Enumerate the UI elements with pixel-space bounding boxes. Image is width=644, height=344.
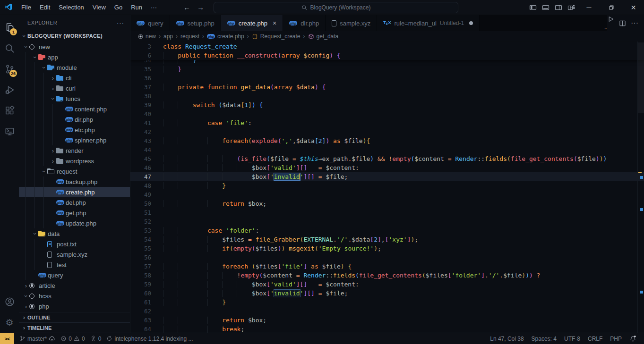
tree-item-new[interactable]: ›new [19,42,130,52]
code-line-6[interactable]: 6 public function __construct(array $con… [130,51,644,60]
timeline-section[interactable]: › TIMELINE [19,322,130,333]
code-line-50[interactable]: 50 return $box; [130,199,644,208]
status-problems[interactable]: 00 [60,336,85,342]
code-editor[interactable]: 3class Request_create6 public function _… [130,42,644,333]
code-line-49[interactable]: 49 [130,190,644,199]
tree-item-dir-php[interactable]: ›phpdir.php [19,114,130,125]
tree-item-create-php[interactable]: ›phpcreate.php [19,187,130,197]
scrollbar-slider[interactable] [638,42,644,113]
status-git-branch[interactable]: master* [19,336,55,342]
tree-item-module[interactable]: ›✱module [19,62,130,73]
code-line-3[interactable]: 3class Request_create [130,42,644,51]
code-line-61[interactable]: 61 } [130,298,644,307]
forward-arrow-button[interactable]: → [197,3,204,11]
breadcrumb-item-app[interactable]: app [163,33,173,40]
breadcrumb-item-Request-create[interactable]: Request_create [252,33,301,40]
tree-item-etc-php[interactable]: ›phpetc.php [19,125,130,135]
code-line-42[interactable]: 42 [130,127,644,136]
tree-item-app[interactable]: ›▦app [19,52,130,62]
back-arrow-button[interactable]: ← [183,3,190,11]
tree-item-update-php[interactable]: ›phpupdate.php [19,218,130,228]
close-button[interactable]: ✕ [623,0,644,15]
minimize-button[interactable]: ─ [578,0,600,15]
tab-sample-xyz[interactable]: sample.xyz [326,15,377,31]
explorer-more-actions-icon[interactable]: ··· [117,19,124,26]
activity-explorer[interactable]: 1 [0,17,19,38]
tree-item-spinner-php[interactable]: ›phpspinner.php [19,135,130,145]
more-actions-button[interactable]: ··· [631,19,638,27]
code-line-59[interactable]: 59 $box['valid'][] = $content: [130,280,644,289]
menu-[interactable]: ··· [146,0,161,15]
tree-item-backup-php[interactable]: ›phpbackup.php [19,176,130,187]
toggle-secondary-sidebar-icon[interactable] [552,0,565,15]
tree-item-content-php[interactable]: ›phpcontent.php [19,104,130,114]
code-line-62[interactable]: 62 [130,307,644,316]
toggle-sidebar-icon[interactable] [526,0,539,15]
code-line-37[interactable]: 37 private function get_data(array $data… [130,83,644,92]
code-line-57[interactable]: 57 foreach ($files['file'] as $file) { [130,262,644,271]
status-eol[interactable]: CRLF [588,336,602,342]
code-line-43[interactable]: 43 foreach(explode(',',$data[2]) as $fil… [130,136,644,145]
code-line-51[interactable]: 51 [130,208,644,217]
tree-item-article[interactable]: ›article [19,280,130,291]
tab-dir-php[interactable]: phpdir.php [283,15,326,31]
tree-item-funcs[interactable]: ›fxfuncs [19,93,130,104]
code-line-58[interactable]: 58 !empty($content = Render::fields(file… [130,271,644,280]
activity-run-debug[interactable] [0,79,19,100]
tree-item-query[interactable]: ›phpquery [19,270,130,280]
breadcrumb-item-new[interactable]: new [138,33,156,40]
close-icon[interactable]: × [273,19,276,27]
tree-item-data[interactable]: ›≡data [19,228,130,239]
code-line-53[interactable]: 53 case 'folder': [130,226,644,235]
code-line-64[interactable]: 64 break; [130,325,644,333]
menu-edit[interactable]: Edit [35,0,54,15]
code-line-41[interactable]: 41 case 'file': [130,118,644,127]
outline-section[interactable]: › OUTLINE [19,312,130,322]
tree-item-request[interactable]: ›request [19,166,130,176]
menu-selection[interactable]: Selection [54,0,88,15]
code-line-48[interactable]: 48 } [130,181,644,190]
code-line-54[interactable]: 54 $files = file_Grabber(EXTERNAL.'/'.$d… [130,235,644,244]
breadcrumb-item-request[interactable]: request [180,33,199,40]
menu-run[interactable]: Run [127,0,146,15]
status-indentation[interactable]: Spaces: 4 [532,336,557,342]
tab-setup-php[interactable]: phpsetup.php [170,15,221,31]
tree-item-test[interactable]: ›test [19,260,130,270]
status-notifications[interactable] [629,335,636,342]
remote-indicator[interactable]: >< [0,333,14,344]
activity-account[interactable] [0,291,19,312]
code-line-56[interactable]: 56 [130,253,644,262]
menu-file[interactable]: File [17,0,35,15]
menu-view[interactable]: View [88,0,110,15]
toggle-panel-icon[interactable] [539,0,552,15]
activity-extensions[interactable] [0,100,19,121]
code-line-35[interactable]: 35 } [130,65,644,74]
tree-item-php[interactable]: ›php [19,301,130,311]
tab-query[interactable]: phpquery [130,15,170,31]
status-language-status[interactable]: intelephense 1.12.4 indexing ... [106,336,193,342]
code-line-52[interactable]: 52 [130,217,644,226]
tab-rule-median-ui[interactable]: TEXrule=median_uiUntitled-1 [377,15,480,31]
menu-go[interactable]: Go [110,0,127,15]
activity-remote-explorer[interactable] [0,121,19,142]
code-line-63[interactable]: 63 return $box; [130,316,644,325]
code-line-44[interactable]: 44 [130,145,644,154]
tab-create-php[interactable]: phpcreate.php× [221,15,283,31]
code-line-45[interactable]: 45 (is_file($file = $this→ex_path.$file)… [130,154,644,163]
code-line-34[interactable]: 34 } [130,60,644,65]
code-line-46[interactable]: 46 $box['valid'][] = $content: [130,163,644,172]
workspace-root[interactable]: › BLOGQUERY (WORKSPACE) [19,30,130,42]
code-line-55[interactable]: 55 if(empty($files)) msgexit('Empty sour… [130,244,644,253]
code-line-47[interactable]: 47 $box['invalid'][] = $file; [130,172,644,181]
status-ports[interactable]: 0 [90,336,102,342]
split-editor-button[interactable] [619,20,626,27]
breadcrumb-item-get-data[interactable]: get_data [308,33,339,40]
tree-item-cli[interactable]: ››_cli [19,73,130,83]
run-button[interactable]: ⌄ [607,16,614,31]
code-line-60[interactable]: 60 $box['invalid'][] = $file; [130,289,644,298]
command-center[interactable]: BlogQuery (Workspace) [214,2,458,13]
activity-settings[interactable]: ⚙ [0,312,19,333]
status-encoding[interactable]: UTF-8 [564,336,580,342]
status-cursor-position[interactable]: Ln 47, Col 38 [490,336,524,342]
code-line-39[interactable]: 39 switch ($data[1]) { [130,101,644,109]
